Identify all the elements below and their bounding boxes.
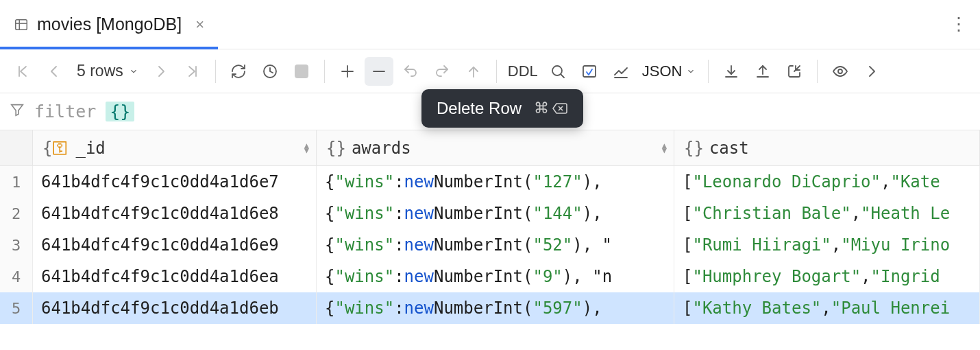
grid-header-row: {⚿ _id ▲▼ {} awards ▲▼ {} cast [0,130,980,166]
column-label: awards [352,139,411,158]
column-label: _id [75,139,105,158]
column-label: cast [709,139,749,158]
expand-button[interactable] [857,57,886,86]
tab-bar: movies [MongoDB] × ⋮ [0,0,980,49]
history-button[interactable] [256,57,284,86]
table-icon [14,17,29,32]
table-row[interactable]: 2641b4dfc4f9c1c0dd4a1d6e8{"wins": new Nu… [0,198,980,229]
cell-id[interactable]: 641b4dfc4f9c1c0dd4a1d6e9 [33,229,317,261]
table-row[interactable]: 3641b4dfc4f9c1c0dd4a1d6e9{"wins": new Nu… [0,229,980,261]
more-icon[interactable]: ⋮ [950,14,968,35]
result-grid: {⚿ _id ▲▼ {} awards ▲▼ {} cast 1641b4dfc… [0,130,980,324]
delete-row-tooltip: Delete Row ⌘ [421,89,583,128]
row-number: 4 [0,261,33,292]
cell-id[interactable]: 641b4dfc4f9c1c0dd4a1d6eb [33,292,317,324]
cell-id[interactable]: 641b4dfc4f9c1c0dd4a1d6ea [33,261,317,292]
cell-cast[interactable]: ["Rumi Hiiragi", "Miyu Irino [674,229,980,261]
cell-awards[interactable]: {"wins": new NumberInt("52"), " [317,229,674,261]
table-row[interactable]: 5641b4dfc4f9c1c0dd4a1d6eb{"wins": new Nu… [0,292,980,324]
filter-placeholder: filter [34,102,96,121]
object-icon: {⚿ [42,139,70,158]
row-number: 1 [0,166,33,198]
object-icon: {} [684,139,704,158]
cell-cast[interactable]: ["Kathy Bates", "Paul Henrei [674,292,980,324]
format-dropdown[interactable]: JSON [638,62,700,80]
cell-awards[interactable]: {"wins": new NumberInt("597"), [317,292,674,324]
first-page-button[interactable] [8,57,37,86]
cell-id[interactable]: 641b4dfc4f9c1c0dd4a1d6e8 [33,198,317,229]
gutter-header [0,130,33,165]
table-row[interactable]: 1641b4dfc4f9c1c0dd4a1d6e7{"wins": new Nu… [0,166,980,198]
ddl-button[interactable]: DDL [505,62,541,80]
row-count-label: 5 rows [77,62,123,80]
cell-cast[interactable]: ["Leonardo DiCaprio", "Kate [674,166,980,198]
cell-cast[interactable]: ["Humphrey Bogart", "Ingrid [674,261,980,292]
svg-rect-0 [16,19,27,30]
delete-row-button[interactable] [365,57,393,86]
sort-icon[interactable]: ▲▼ [304,143,309,153]
upload-button[interactable] [748,57,777,86]
row-count-dropdown[interactable]: 5 rows [71,62,144,80]
tooltip-label: Delete Row [437,99,522,118]
object-icon: {} [326,139,346,158]
search-button[interactable] [543,57,572,86]
last-page-button[interactable] [178,57,207,86]
row-number: 2 [0,198,33,229]
svg-rect-12 [583,66,596,77]
download-button[interactable] [717,57,746,86]
view-button[interactable] [826,57,855,86]
toolbar: 5 rows DDL JSON [0,49,980,93]
tab-movies[interactable]: movies [MongoDB] × [0,0,218,49]
refresh-button[interactable] [224,57,253,86]
tab-title: movies [MongoDB] [37,14,182,34]
cell-cast[interactable]: ["Christian Bale", "Heath Le [674,198,980,229]
cell-awards[interactable]: {"wins": new NumberInt("144"), [317,198,674,229]
column-header-cast[interactable]: {} cast [674,130,980,165]
chart-button[interactable] [607,57,635,86]
filter-braces-chip[interactable]: {} [106,102,134,121]
column-header-awards[interactable]: {} awards ▲▼ [317,130,674,165]
undo-button[interactable] [396,57,425,86]
submit-button[interactable] [459,57,488,86]
row-number: 5 [0,292,33,324]
add-row-button[interactable] [333,57,362,86]
redo-button[interactable] [428,57,456,86]
next-page-button[interactable] [147,57,175,86]
tooltip-shortcut: ⌘ [534,100,568,117]
column-header-id[interactable]: {⚿ _id ▲▼ [33,130,317,165]
cell-awards[interactable]: {"wins": new NumberInt("9"), "n [317,261,674,292]
stop-button[interactable] [287,57,316,86]
close-icon[interactable]: × [195,16,204,34]
filter-settings-button[interactable] [575,57,604,86]
prev-page-button[interactable] [40,57,69,86]
funnel-icon [10,102,25,121]
import-button[interactable] [780,57,809,86]
svg-line-11 [561,74,564,78]
cell-id[interactable]: 641b4dfc4f9c1c0dd4a1d6e7 [33,166,317,198]
table-row[interactable]: 4641b4dfc4f9c1c0dd4a1d6ea{"wins": new Nu… [0,261,980,292]
sort-icon[interactable]: ▲▼ [662,143,667,153]
cell-awards[interactable]: {"wins": new NumberInt("127"), [317,166,674,198]
svg-point-19 [838,69,842,73]
row-number: 3 [0,229,33,261]
format-label: JSON [642,62,683,80]
